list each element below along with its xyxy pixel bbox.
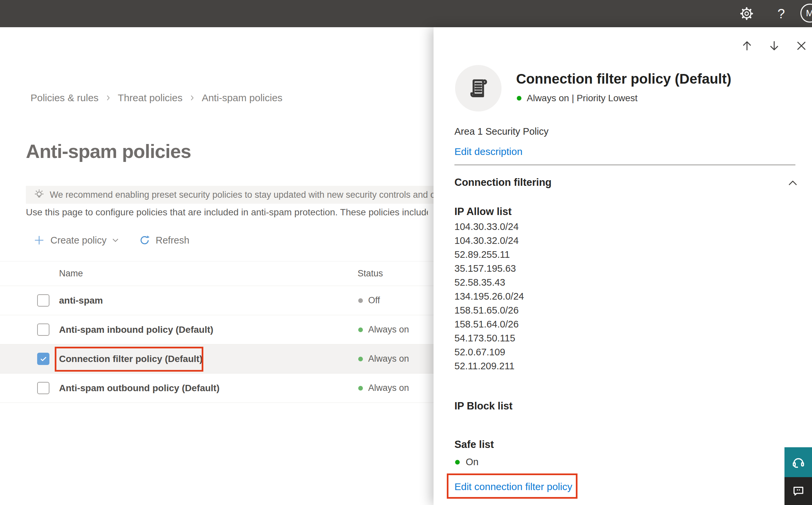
table-row[interactable]: Anti-spam inbound policy (Default) Alway… <box>0 315 441 344</box>
app-window: ? M Policies & rules Threat policies Ant… <box>0 0 812 505</box>
top-app-bar: ? M <box>0 0 812 27</box>
ip-entry: 54.173.50.115 <box>454 331 524 345</box>
chevron-up-icon[interactable] <box>787 177 799 189</box>
ip-entry: 52.89.255.11 <box>454 247 524 262</box>
banner-text: We recommend enabling preset security po… <box>50 190 441 200</box>
column-header-name[interactable]: Name <box>59 262 83 286</box>
policy-name[interactable]: Anti-spam inbound policy (Default) <box>59 315 213 344</box>
breadcrumb-policies-rules[interactable]: Policies & rules <box>30 92 98 104</box>
panel-title: Connection filter policy (Default) <box>516 71 732 87</box>
status-label: Off <box>368 295 380 306</box>
ip-entry: 52.58.35.43 <box>454 276 524 289</box>
panel-status-text: Always on | Priority Lowest <box>527 93 637 104</box>
policy-name[interactable]: Connection filter policy (Default) <box>59 344 202 373</box>
safe-list-label: Safe list <box>454 439 494 451</box>
breadcrumb: Policies & rules Threat policies Anti-sp… <box>30 92 282 104</box>
status-dot-on <box>517 96 522 101</box>
breadcrumb-chevron-icon <box>105 94 112 102</box>
status-badge: Always on <box>358 344 409 373</box>
row-checkbox[interactable] <box>37 294 49 307</box>
status-dot-on <box>358 357 363 361</box>
table-header: Name Status <box>0 261 441 286</box>
create-policy-button[interactable]: Create policy <box>50 235 107 246</box>
ip-entry: 52.11.209.211 <box>454 359 524 373</box>
arrow-up-icon[interactable] <box>740 39 754 52</box>
policy-name[interactable]: anti-spam <box>59 286 103 315</box>
ip-entry: 158.51.65.0/26 <box>454 303 524 317</box>
breadcrumb-chevron-icon <box>188 94 196 102</box>
ip-allow-list: 104.30.33.0/24 104.30.32.0/24 52.89.255.… <box>454 220 524 373</box>
status-dot-on <box>358 328 363 332</box>
status-dot-off <box>358 298 363 303</box>
safe-list-status-text: On <box>466 457 479 468</box>
edit-description-link[interactable]: Edit description <box>454 146 523 157</box>
status-dot-on <box>358 386 363 390</box>
table-row-selected[interactable]: Connection filter policy (Default) Alway… <box>0 344 441 374</box>
scroll-policy-icon <box>466 76 491 101</box>
status-badge: Always on <box>358 374 409 402</box>
ip-entry: 134.195.26.0/24 <box>454 289 524 303</box>
policy-table: Name Status anti-spam Off Anti-spam inbo… <box>0 261 441 403</box>
policy-type-avatar <box>455 65 501 112</box>
ip-allow-list-label: IP Allow list <box>454 206 512 218</box>
plus-icon[interactable] <box>33 234 45 246</box>
ip-entry: 52.0.67.109 <box>454 345 524 359</box>
refresh-icon[interactable] <box>139 234 150 246</box>
ip-entry: 35.157.195.63 <box>454 262 524 276</box>
row-checkbox[interactable] <box>37 382 49 394</box>
ip-entry: 104.30.32.0/24 <box>454 233 524 247</box>
chevron-down-icon[interactable] <box>111 236 120 244</box>
row-checkbox-checked[interactable] <box>37 353 49 365</box>
feedback-button[interactable] <box>785 477 812 505</box>
refresh-button[interactable]: Refresh <box>156 235 189 246</box>
table-row[interactable]: Anti-spam outbound policy (Default) Alwa… <box>0 374 441 403</box>
settings-icon[interactable] <box>739 6 754 21</box>
toolbar: Create policy Refresh <box>33 232 189 248</box>
ip-entry: 104.30.33.0/24 <box>454 220 524 233</box>
recommendation-banner: We recommend enabling preset security po… <box>26 186 441 204</box>
details-flyout-panel: Connection filter policy (Default) Alway… <box>433 27 812 505</box>
ip-block-list-label: IP Block list <box>454 400 513 412</box>
breadcrumb-threat-policies[interactable]: Threat policies <box>118 92 182 104</box>
arrow-down-icon[interactable] <box>768 39 781 52</box>
panel-nav <box>740 39 808 52</box>
edit-connection-filter-policy-link[interactable]: Edit connection filter policy <box>454 481 572 492</box>
ip-entry: 158.51.64.0/26 <box>454 317 524 331</box>
page-description: Use this page to configure policies that… <box>26 207 428 218</box>
close-icon[interactable] <box>795 39 808 52</box>
panel-status-line: Always on | Priority Lowest <box>517 93 637 104</box>
support-button[interactable] <box>785 447 812 477</box>
feedback-chat-icon <box>791 484 805 498</box>
status-badge: Always on <box>358 315 409 344</box>
column-header-status[interactable]: Status <box>358 262 383 286</box>
help-icon[interactable]: ? <box>774 5 789 23</box>
policy-name[interactable]: Anti-spam outbound policy (Default) <box>59 374 220 402</box>
headset-icon <box>791 455 806 470</box>
status-label: Always on <box>368 383 409 393</box>
safe-list-status: On <box>455 457 479 468</box>
row-checkbox[interactable] <box>37 324 49 336</box>
divider <box>454 165 795 165</box>
checkmark-icon <box>39 355 47 363</box>
status-dot-on <box>455 460 460 465</box>
table-row[interactable]: anti-spam Off <box>0 286 441 315</box>
account-avatar[interactable]: M <box>800 4 812 23</box>
policy-description: Area 1 Security Policy <box>454 126 549 137</box>
page-title: Anti-spam policies <box>26 140 191 162</box>
breadcrumb-anti-spam-policies[interactable]: Anti-spam policies <box>202 92 282 104</box>
status-label: Always on <box>368 325 409 335</box>
gear-icon <box>739 6 754 21</box>
section-header-connection-filtering: Connection filtering <box>454 177 552 188</box>
status-label: Always on <box>368 354 409 364</box>
status-badge: Off <box>358 286 380 315</box>
lightbulb-icon <box>33 189 45 201</box>
